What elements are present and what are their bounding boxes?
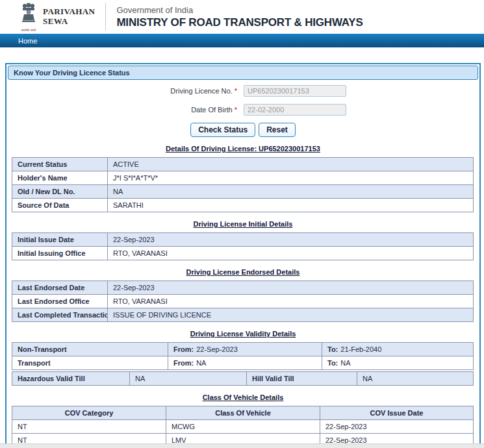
- validity-section-heading: Driving License Validity Details: [6, 330, 479, 338]
- row-label: Last Endorsed Date: [12, 281, 108, 295]
- nav-item-home[interactable]: Home: [18, 37, 37, 45]
- initial-details-table: Initial Issue Date 22-Sep-2023 Initial I…: [12, 232, 474, 260]
- form-row-dob: Date Of Birth*: [6, 104, 479, 116]
- table-row: Last Endorsed Date 22-Sep-2023: [12, 281, 474, 295]
- hill-label: Hill Valid Till: [247, 372, 357, 386]
- row-value: 22-Sep-2023: [108, 281, 474, 295]
- from-cell: From:NA: [168, 356, 322, 370]
- cov-section-heading: Class Of Vehicle Details: [6, 393, 479, 401]
- from-cell: From:22-Sep-2023: [168, 343, 322, 356]
- row-label: Source Of Data: [12, 199, 108, 212]
- validity-extra-table: Hazardous Valid Till NA Hill Valid Till …: [12, 371, 474, 386]
- ashoka-emblem-icon: [21, 3, 36, 26]
- required-asterisk: *: [235, 106, 237, 114]
- main-panel: Know Your Driving Licence Status Driving…: [5, 63, 481, 448]
- table-row: Source Of Data SARATHI: [12, 199, 474, 212]
- row-value: ISSUE OF DRIVING LICENCE: [108, 308, 474, 322]
- validity-table: Non-Transport From:22-Sep-2023 To:21-Feb…: [12, 342, 474, 370]
- table-row: Hazardous Valid Till NA Hill Valid Till …: [12, 372, 474, 386]
- cov-issue-date: 22-Sep-2023: [320, 420, 474, 434]
- required-asterisk: *: [235, 87, 237, 95]
- row-value: 22-Sep-2023: [108, 233, 474, 247]
- row-value: RTO, VARANASI: [108, 295, 474, 308]
- row-label: Transport: [12, 356, 168, 370]
- hazardous-value: NA: [130, 372, 247, 386]
- row-label: Last Completed Transaction: [12, 308, 108, 322]
- table-row: Transport From:NA To:NA: [12, 356, 474, 370]
- details-table: Current Status ACTIVE Holder's Name J*I …: [12, 157, 474, 212]
- row-label: Holder's Name: [12, 171, 108, 185]
- row-label: Initial Issuing Office: [12, 247, 108, 260]
- endorsed-details-table: Last Endorsed Date 22-Sep-2023 Last Endo…: [12, 280, 474, 322]
- ministry-block: Government of India MINISTRY OF ROAD TRA…: [116, 5, 363, 29]
- logo-line2: SEWA: [43, 17, 95, 27]
- table-row: Current Status ACTIVE: [12, 158, 474, 171]
- row-value: J*I S*I*A*T*V*: [108, 171, 474, 185]
- cov-issue-date-header: COV Issue Date: [320, 406, 474, 420]
- form-buttons: Check Status Reset: [6, 123, 479, 137]
- cov-class: MCWG: [166, 420, 320, 434]
- initial-section-heading: Driving License Initial Details: [6, 220, 479, 228]
- india-emblem-icon: सत्यमेव जयते: [19, 3, 38, 32]
- ministry-title: MINISTRY OF ROAD TRANSPORT & HIGHWAYS: [116, 16, 363, 29]
- bottom-edge-strip: [0, 443, 484, 448]
- logo-line1: PARIVAHAN: [43, 7, 95, 17]
- row-value: RTO, VARANASI: [108, 247, 474, 260]
- details-section-heading: Details Of Driving License: UP6520230017…: [6, 145, 479, 153]
- nav-bar: Home: [0, 34, 484, 47]
- reset-button[interactable]: Reset: [259, 123, 296, 137]
- check-status-button[interactable]: Check Status: [190, 123, 255, 137]
- table-row: Last Endorsed Office RTO, VARANASI: [12, 295, 474, 308]
- table-row: Initial Issue Date 22-Sep-2023: [12, 233, 474, 247]
- emblem-caption: सत्यमेव जयते: [21, 28, 36, 31]
- row-label: Last Endorsed Office: [12, 295, 108, 308]
- to-cell: To:21-Feb-2040: [322, 343, 474, 356]
- cov-category-header: COV Category: [12, 406, 166, 420]
- row-value: ACTIVE: [108, 158, 474, 171]
- table-row: Non-Transport From:22-Sep-2023 To:21-Feb…: [12, 343, 474, 356]
- header-divider: [105, 3, 106, 31]
- hill-value: NA: [357, 372, 474, 386]
- dl-number-label: Driving Licence No.*: [140, 87, 237, 95]
- parivahan-sewa-logo: PARIVAHAN SEWA: [43, 7, 95, 27]
- endorsed-section-heading: Driving License Endorsed Details: [6, 268, 479, 276]
- to-cell: To:NA: [322, 356, 474, 370]
- row-label: Current Status: [12, 158, 108, 171]
- government-of-india-label: Government of India: [116, 5, 363, 15]
- dob-input[interactable]: [244, 104, 346, 116]
- table-row: NT MCWG 22-Sep-2023: [12, 420, 474, 434]
- table-row: Old / New DL No. NA: [12, 185, 474, 199]
- panel-title: Know Your Driving Licence Status: [8, 66, 478, 80]
- table-row: Initial Issuing Office RTO, VARANASI: [12, 247, 474, 260]
- hazardous-label: Hazardous Valid Till: [12, 372, 130, 386]
- class-of-vehicle-header: Class Of Vehicle: [166, 406, 320, 420]
- dl-status-form: Driving Licence No.* Date Of Birth* Chec…: [6, 81, 479, 137]
- table-row: Holder's Name J*I S*I*A*T*V*: [12, 171, 474, 185]
- row-label: Initial Issue Date: [12, 233, 108, 247]
- cov-category: NT: [12, 420, 166, 434]
- table-row: Last Completed Transaction ISSUE OF DRIV…: [12, 308, 474, 322]
- cov-header-row: COV Category Class Of Vehicle COV Issue …: [12, 406, 474, 420]
- form-row-dl-number: Driving Licence No.*: [6, 85, 479, 97]
- row-value: NA: [108, 185, 474, 199]
- row-label: Old / New DL No.: [12, 185, 108, 199]
- cov-table: COV Category Class Of Vehicle COV Issue …: [12, 406, 474, 447]
- row-value: SARATHI: [108, 199, 474, 212]
- dl-number-input[interactable]: [244, 85, 346, 97]
- site-header: सत्यमेव जयते PARIVAHAN SEWA Government o…: [0, 0, 484, 34]
- dob-label: Date Of Birth*: [140, 106, 237, 114]
- row-label: Non-Transport: [12, 343, 168, 356]
